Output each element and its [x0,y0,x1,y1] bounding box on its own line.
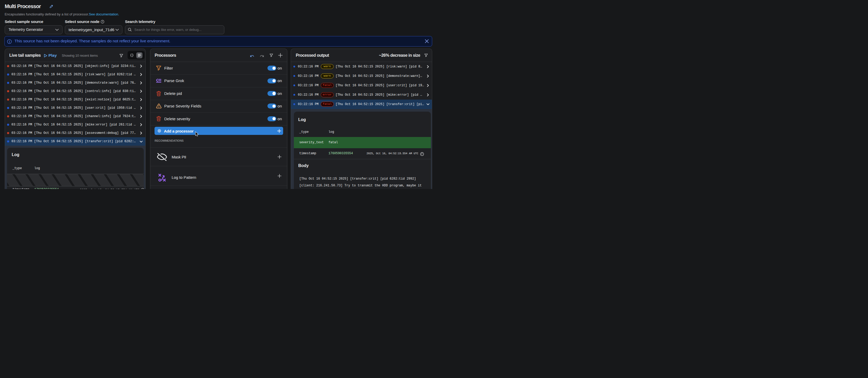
svg-text:?: ? [102,21,103,23]
